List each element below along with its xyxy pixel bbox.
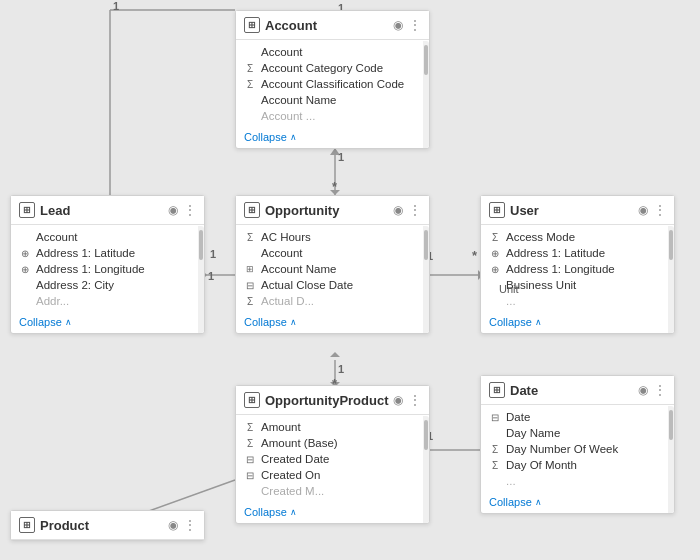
account-field-5: Account ... [244,108,421,124]
account-header-actions: ◉ ⋮ [393,18,421,32]
user-field-5: ... [489,293,666,309]
svg-text:1: 1 [338,151,344,163]
field-icon-2: Σ [244,62,256,74]
lead-collapse[interactable]: Collapse ∧ [11,313,204,333]
opportunity-eye-icon[interactable]: ◉ [393,203,403,217]
date-collapse-arrow: ∧ [535,497,542,507]
svg-text:*: * [332,179,338,194]
opportunity-more-icon[interactable]: ⋮ [409,203,421,217]
lead-field-2: ⊕ Address 1: Latitude [19,245,196,261]
product-header-left: ⊞ Product [19,517,89,533]
opp-field-2: Account [244,245,421,261]
user-field-2: ⊕ Address 1: Latitude [489,245,666,261]
date-field-5: ... [489,473,666,489]
oppproduct-icon: ⊞ [244,392,260,408]
oppproduct-field-3: ⊟ Created Date [244,451,421,467]
oppproduct-title: OpportunityProduct [265,393,389,408]
product-eye-icon[interactable]: ◉ [168,518,178,532]
opp-field-5: Σ Actual D... [244,293,421,309]
lead-more-icon[interactable]: ⋮ [184,203,196,217]
product-icon: ⊞ [19,517,35,533]
opp-collapse-arrow: ∧ [290,317,297,327]
lead-card: ⊞ Lead ◉ ⋮ Account ⊕ Address 1: Latitude… [10,195,205,334]
opp-field-4: ⊟ Actual Close Date [244,277,421,293]
opportunity-card: ⊞ Opportunity ◉ ⋮ Σ AC Hours Account ⊞ A… [235,195,430,334]
product-header: ⊞ Product ◉ ⋮ [11,511,204,540]
lead-header: ⊞ Lead ◉ ⋮ [11,196,204,225]
lead-field-4: Address 2: City [19,277,196,293]
oppproduct-collapse-arrow: ∧ [290,507,297,517]
lead-icon: ⊞ [19,202,35,218]
date-header-actions: ◉ ⋮ [638,383,666,397]
user-card: ⊞ User ◉ ⋮ Σ Access Mode ⊕ Address 1: La… [480,195,675,334]
user-field-1: Σ Access Mode [489,229,666,245]
date-header-left: ⊞ Date [489,382,538,398]
date-more-icon[interactable]: ⋮ [654,383,666,397]
date-field-3: Σ Day Number Of Week [489,441,666,457]
account-collapse[interactable]: Collapse ∧ [236,128,429,148]
account-field-2: Σ Account Category Code [244,60,421,76]
lead-body: Account ⊕ Address 1: Latitude ⊕ Address … [11,225,204,313]
user-collapse[interactable]: Collapse ∧ [481,313,674,333]
account-header-left: ⊞ Account [244,17,317,33]
oppproduct-collapse[interactable]: Collapse ∧ [236,503,429,523]
lead-field-1: Account [19,229,196,245]
collapse-arrow-icon: ∧ [290,132,297,142]
account-eye-icon[interactable]: ◉ [393,18,403,32]
lead-title: Lead [40,203,70,218]
opportunity-body: Σ AC Hours Account ⊞ Account Name ⊟ Actu… [236,225,429,313]
date-collapse[interactable]: Collapse ∧ [481,493,674,513]
account-more-icon[interactable]: ⋮ [409,18,421,32]
lead-collapse-arrow: ∧ [65,317,72,327]
date-title: Date [510,383,538,398]
opp-field-1: Σ AC Hours [244,229,421,245]
lead-header-left: ⊞ Lead [19,202,70,218]
product-card: ⊞ Product ◉ ⋮ [10,510,205,541]
date-card: ⊞ Date ◉ ⋮ ⊟ Date Day Name Σ Day Number … [480,375,675,514]
field-icon-1 [244,46,256,58]
date-field-1: ⊟ Date [489,409,666,425]
oppproduct-field-1: Σ Amount [244,419,421,435]
opportunity-title: Opportunity [265,203,339,218]
account-card: ⊞ Account ◉ ⋮ Account Σ Account Category… [235,10,430,149]
user-header-actions: ◉ ⋮ [638,203,666,217]
oppproduct-eye-icon[interactable]: ◉ [393,393,403,407]
product-title: Product [40,518,89,533]
field-icon-4 [244,94,256,106]
oppproduct-header-actions: ◉ ⋮ [393,393,421,407]
opportunity-icon: ⊞ [244,202,260,218]
opportunity-collapse[interactable]: Collapse ∧ [236,313,429,333]
account-body: Account Σ Account Category Code Σ Accoun… [236,40,429,128]
field-icon-5 [244,110,256,122]
user-more-icon[interactable]: ⋮ [654,203,666,217]
svg-text:1: 1 [210,248,216,260]
user-body: Σ Access Mode ⊕ Address 1: Latitude ⊕ Ad… [481,225,674,313]
user-eye-icon[interactable]: ◉ [638,203,648,217]
user-field-4: Business Unit [489,277,666,293]
oppproduct-more-icon[interactable]: ⋮ [409,393,421,407]
product-more-icon[interactable]: ⋮ [184,518,196,532]
user-collapse-arrow: ∧ [535,317,542,327]
oppproduct-field-5: Created M... [244,483,421,499]
account-field-3: Σ Account Classification Code [244,76,421,92]
field-icon-3: Σ [244,78,256,90]
date-icon: ⊞ [489,382,505,398]
account-title: Account [265,18,317,33]
account-icon: ⊞ [244,17,260,33]
oppproduct-header: ⊞ OpportunityProduct ◉ ⋮ [236,386,429,415]
user-field-3: ⊕ Address 1: Longitude [489,261,666,277]
opportunity-header-actions: ◉ ⋮ [393,203,421,217]
svg-marker-2 [330,148,340,155]
opp-field-3: ⊞ Account Name [244,261,421,277]
oppproduct-field-4: ⊟ Created On [244,467,421,483]
lead-field-5: Addr... [19,293,196,309]
account-field-1: Account [244,44,421,60]
date-header: ⊞ Date ◉ ⋮ [481,376,674,405]
date-eye-icon[interactable]: ◉ [638,383,648,397]
user-header: ⊞ User ◉ ⋮ [481,196,674,225]
date-field-2: Day Name [489,425,666,441]
date-field-4: Σ Day Of Month [489,457,666,473]
account-header: ⊞ Account ◉ ⋮ [236,11,429,40]
lead-eye-icon[interactable]: ◉ [168,203,178,217]
svg-text:1: 1 [208,270,214,282]
